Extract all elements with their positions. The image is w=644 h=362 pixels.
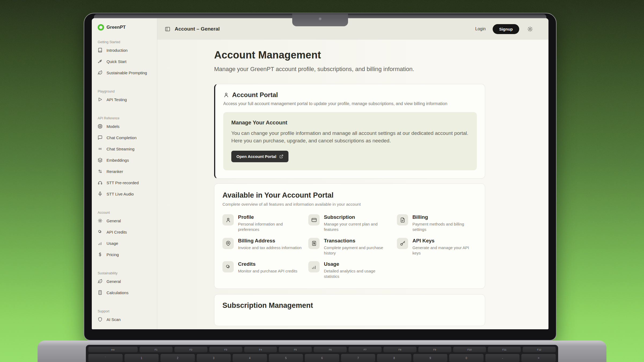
signup-button[interactable]: Signup: [493, 24, 519, 34]
feature-title: Usage: [324, 261, 391, 267]
feature-title: Transactions: [324, 238, 391, 244]
feature-title: Billing: [412, 214, 477, 220]
sidebar-item-calculations[interactable]: Calculations: [98, 287, 154, 298]
sidebar-item-reranker[interactable]: Reranker: [98, 166, 154, 177]
sidebar-item-label: Chat Streaming: [107, 147, 134, 151]
sidebar-toggle-icon[interactable]: [165, 26, 170, 32]
file-icon: [397, 214, 408, 226]
sidebar-item-label: Chat Completion: [107, 135, 137, 140]
login-link[interactable]: Login: [475, 27, 486, 31]
sidebar-section-label: API Reference: [98, 116, 154, 121]
keyboard-key: 9: [413, 354, 448, 362]
feature-credits: CreditsMonitor and purchase API credits: [222, 261, 308, 279]
feature-text: API KeysGenerate and manage your API key…: [412, 238, 477, 256]
sidebar-item-chat-streaming[interactable]: Chat Streaming: [98, 143, 154, 154]
shield-icon: [98, 317, 103, 322]
sidebar-item-label: AI Scan: [107, 317, 121, 322]
theme-toggle-sun-icon[interactable]: [527, 26, 533, 32]
topbar-title: Account – General: [175, 26, 220, 32]
coins-icon: [222, 261, 234, 272]
sidebar-section-label: Account: [98, 211, 154, 215]
laptop-notch: [292, 14, 348, 26]
sidebar-item-api-credits[interactable]: API Credits: [98, 226, 154, 238]
keyboard-key: =: [521, 354, 556, 362]
feature-title: Billing Address: [238, 238, 302, 244]
sidebar-section-label: Playground: [98, 90, 154, 94]
sidebar-item-general[interactable]: General: [98, 215, 154, 226]
feature-title: Credits: [238, 261, 297, 267]
sidebar-item-label: Models: [107, 124, 119, 129]
greenpt-ring-icon: [98, 24, 104, 31]
sidebar-item-label: API Testing: [107, 97, 127, 102]
keyboard-key: esc: [88, 347, 138, 352]
sidebar-item-label: Usage: [107, 241, 118, 246]
manage-account-body: You can change your profile information …: [231, 130, 469, 144]
webcam-icon: [319, 17, 322, 20]
sidebar-item-introduction[interactable]: Introduction: [98, 45, 154, 56]
sidebar-item-sustainable-prompting[interactable]: Sustainable Prompting: [98, 67, 154, 78]
sidebar-section: PlaygroundAPI Testing: [98, 90, 154, 105]
coins-icon: [98, 230, 103, 234]
feature-description: Personal information and preferences: [238, 221, 305, 232]
sidebar-item-api-testing[interactable]: API Testing: [98, 94, 154, 105]
calculator-icon: [98, 290, 103, 295]
brand-name: GreenPT: [107, 25, 126, 30]
account-portal-card: Account Portal Access your full account …: [214, 84, 485, 179]
sidebar-nav: Getting StartedIntroductionQuick StartSu…: [98, 40, 154, 325]
sidebar-item-general[interactable]: General: [98, 276, 154, 287]
keyboard-key: F3: [209, 347, 242, 352]
sidebar-item-label: General: [107, 219, 121, 223]
sidebar-item-embeddings[interactable]: Embeddings: [98, 154, 154, 166]
leaf-icon: [98, 279, 103, 284]
feature-description: Monitor and purchase API credits: [238, 268, 297, 274]
feature-title: Subscription: [324, 214, 391, 220]
feature-subscription: SubscriptionManage your current plan and…: [308, 214, 397, 232]
book-icon: [98, 48, 103, 53]
open-account-portal-button[interactable]: Open Account Portal: [231, 151, 288, 162]
feature-description: Manage your current plan and features: [324, 221, 391, 232]
feature-api-keys: API KeysGenerate and manage your API key…: [397, 238, 477, 256]
radio-icon: [98, 146, 103, 151]
sidebar-item-quick-start[interactable]: Quick Start: [98, 56, 154, 67]
sidebar-item-chat-completion[interactable]: Chat Completion: [98, 132, 154, 143]
keyboard-key: `: [88, 354, 123, 362]
feature-description: Generate and manage your API keys: [412, 245, 477, 256]
keyboard-key: F10: [453, 347, 486, 352]
sidebar-item-usage[interactable]: Usage: [98, 238, 154, 249]
keyboard-key: 5: [269, 354, 303, 362]
sidebar-item-stt-live-audio[interactable]: STT Live Audio: [98, 188, 154, 200]
external-link-icon: [279, 154, 283, 158]
feature-billing: BillingPayment methods and billing setti…: [397, 214, 477, 232]
subscription-management-title: Subscription Management: [222, 301, 477, 310]
sidebar-item-label: API Credits: [107, 230, 127, 234]
headphones-icon: [98, 180, 103, 185]
sidebar-section: Getting StartedIntroductionQuick StartSu…: [98, 40, 154, 78]
feature-description: Detailed analytics and usage statistics: [324, 268, 391, 279]
sidebar-section: SustainabilityGeneralCalculations: [98, 271, 154, 298]
receipt-icon: [308, 238, 320, 249]
feature-title: Profile: [238, 214, 305, 220]
sidebar-section-label: Getting Started: [98, 40, 154, 45]
sidebar-section: API ReferenceModelsChat CompletionChat S…: [98, 116, 154, 200]
available-features-title: Available in Your Account Portal: [222, 191, 477, 200]
feature-text: SubscriptionManage your current plan and…: [324, 214, 391, 232]
sidebar-item-models[interactable]: Models: [98, 121, 154, 132]
sidebar-item-pricing[interactable]: Pricing: [98, 249, 154, 260]
feature-text: UsageDetailed analytics and usage statis…: [324, 261, 391, 279]
key-icon: [397, 238, 408, 249]
keyboard-key: 1: [125, 354, 159, 362]
keyboard-key: F7: [349, 347, 382, 352]
keyboard-key: 6: [305, 354, 339, 362]
mic-icon: [98, 191, 103, 196]
feature-text: ProfilePersonal information and preferen…: [238, 214, 305, 232]
feature-usage: UsageDetailed analytics and usage statis…: [308, 261, 397, 279]
sidebar-item-stt-pre-recorded[interactable]: STT Pre-recorded: [98, 177, 154, 188]
sidebar-item-label: STT Pre-recorded: [107, 180, 139, 185]
sidebar-item-label: STT Live Audio: [107, 192, 134, 196]
keyboard-key: F9: [418, 347, 451, 352]
sidebar-item-ai-scan[interactable]: AI Scan: [98, 314, 154, 325]
keyboard-row: escF1F2F3F4F5F6F7F8F9F10F11F12: [88, 347, 556, 352]
sidebar-item-label: General: [107, 279, 121, 284]
keyboard-row: `1234567890-=: [88, 354, 556, 362]
brand-logo[interactable]: GreenPT: [98, 24, 154, 31]
